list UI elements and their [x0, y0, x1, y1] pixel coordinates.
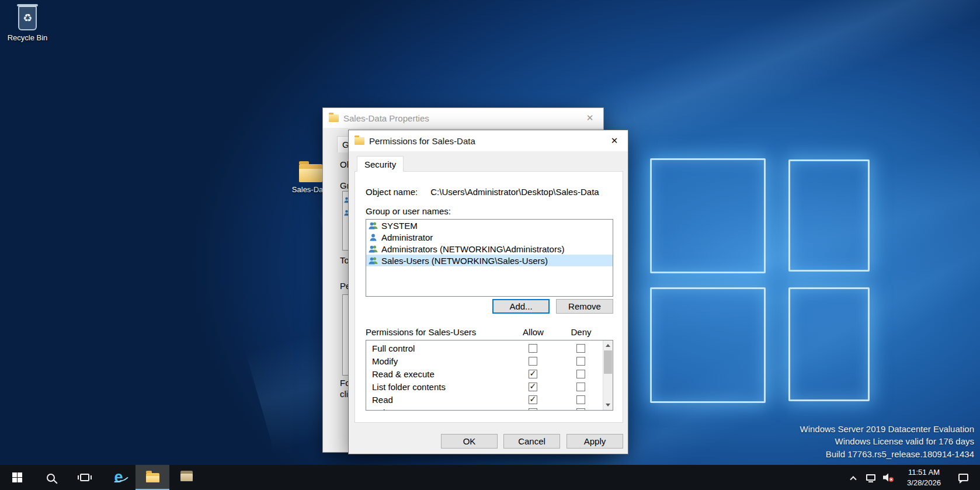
folder-icon — [299, 164, 322, 182]
group-name: Administrator — [381, 232, 433, 242]
permissions-header-row: Permissions for Sales-Users Allow Deny — [366, 327, 613, 337]
scroll-down-button[interactable] — [603, 400, 613, 410]
permission-label: Modify — [366, 356, 507, 366]
permissions-close-button[interactable]: ✕ — [601, 130, 628, 151]
network-icon — [866, 474, 875, 481]
deny-checkbox[interactable] — [576, 357, 585, 366]
recycle-bin-desktop-icon[interactable]: ♻ Recycle Bin — [1, 6, 54, 42]
task-view-button[interactable] — [68, 465, 102, 490]
permission-row: Write — [366, 406, 603, 411]
volume-button[interactable] — [880, 465, 897, 490]
windows-start-icon — [12, 472, 22, 482]
scroll-up-icon — [606, 344, 610, 347]
group-list: SYSTEM Administrator Administrators (NET… — [366, 219, 613, 297]
server-manager-button[interactable] — [169, 465, 203, 490]
allow-checkbox[interactable] — [529, 395, 537, 404]
internet-explorer-icon: e — [114, 470, 123, 485]
group-icon — [369, 256, 378, 265]
permission-label: List folder contents — [366, 382, 507, 392]
allow-checkbox[interactable] — [529, 344, 537, 353]
object-name-value: C:\Users\Administrator\Desktop\Sales-Dat… — [430, 187, 599, 197]
taskbar: e 11:51 AM 3/28/2026 — [0, 465, 980, 490]
tray-overflow-button[interactable] — [845, 465, 862, 490]
deny-header: Deny — [559, 327, 603, 337]
volume-muted-icon — [882, 472, 894, 482]
start-button[interactable] — [0, 465, 34, 490]
file-explorer-button[interactable] — [135, 465, 169, 490]
recycle-symbol-icon: ♻ — [23, 13, 32, 23]
file-explorer-icon — [146, 473, 159, 482]
evaluation-watermark: Windows Server 2019 Datacenter Evaluatio… — [800, 423, 975, 460]
search-icon — [47, 474, 55, 482]
chevron-up-icon — [850, 476, 856, 482]
deny-checkbox[interactable] — [576, 383, 585, 391]
watermark-line-3: Build 17763.rs5_release.180914-1434 — [800, 448, 975, 460]
allow-checkbox[interactable] — [529, 383, 537, 391]
allow-checkbox[interactable] — [529, 408, 537, 411]
allow-checkbox[interactable] — [529, 357, 537, 366]
permissions-titlebar[interactable]: Permissions for Sales-Data ✕ — [349, 130, 628, 151]
search-button[interactable] — [34, 465, 68, 490]
deny-checkbox[interactable] — [576, 344, 585, 353]
group-name: SYSTEM — [381, 221, 418, 231]
task-view-icon — [80, 474, 89, 481]
group-list-item[interactable]: Administrators (NETWORKING\Administrator… — [366, 243, 613, 255]
permission-row: Read — [366, 393, 603, 406]
properties-titlebar[interactable]: Sales-Data Properties ✕ — [323, 108, 603, 128]
permission-label: Read — [366, 395, 507, 405]
server-manager-icon — [180, 474, 193, 481]
clock-date: 3/28/2026 — [897, 478, 951, 488]
apply-button[interactable]: Apply — [567, 434, 623, 449]
cancel-button[interactable]: Cancel — [503, 434, 560, 449]
windows-wallpaper-logo-pane — [650, 287, 766, 403]
permissions-for-label: Permissions for Sales-Users — [366, 327, 508, 337]
internet-explorer-button[interactable]: e — [102, 465, 135, 490]
group-list-item-selected[interactable]: Sales-Users (NETWORKING\Sales-Users) — [366, 255, 613, 266]
network-button[interactable] — [862, 465, 880, 490]
deny-checkbox[interactable] — [576, 408, 585, 411]
remove-button[interactable]: Remove — [556, 299, 613, 314]
folder-icon — [329, 114, 339, 122]
watermark-line-2: Windows License valid for 176 days — [800, 435, 975, 447]
tab-security[interactable]: Security — [357, 156, 404, 172]
allow-header: Allow — [508, 327, 559, 337]
permission-row: List folder contents — [366, 380, 603, 393]
clock-time: 11:51 AM — [897, 467, 951, 478]
windows-wallpaper-logo-pane — [788, 287, 870, 401]
permission-row: Full control — [366, 342, 603, 355]
permissions-title: Permissions for Sales-Data — [369, 136, 601, 146]
allow-checkbox[interactable] — [529, 370, 537, 378]
group-name: Sales-Users (NETWORKING\Sales-Users) — [381, 256, 548, 266]
properties-title: Sales-Data Properties — [343, 113, 576, 123]
permissions-scrollbar[interactable] — [603, 340, 613, 410]
deny-checkbox[interactable] — [576, 395, 585, 404]
group-list-item[interactable]: SYSTEM — [366, 220, 613, 231]
permission-label: Read & execute — [366, 369, 507, 379]
add-button[interactable]: Add... — [492, 299, 550, 314]
folder-icon — [355, 137, 364, 145]
group-list-label: Group or user names: — [366, 206, 451, 216]
scroll-up-button[interactable] — [603, 340, 613, 350]
deny-checkbox[interactable] — [576, 370, 585, 378]
permission-label: Full control — [366, 343, 507, 353]
scrollbar-thumb[interactable] — [604, 350, 612, 374]
click-label-fragment: cli — [340, 389, 348, 399]
object-name-label: Object name: — [366, 187, 418, 197]
windows-wallpaper-logo-pane — [650, 158, 766, 273]
action-center-icon — [958, 474, 968, 481]
action-center-button[interactable] — [951, 465, 975, 490]
recycle-bin-icon: ♻ — [18, 6, 37, 30]
object-name-row: Object name:C:\Users\Administrator\Deskt… — [366, 187, 599, 197]
scroll-down-icon — [606, 404, 610, 406]
taskbar-clock[interactable]: 11:51 AM 3/28/2026 — [897, 467, 951, 488]
windows-wallpaper-logo-pane — [788, 159, 870, 272]
group-icon — [369, 245, 378, 253]
permission-label: Write — [366, 408, 507, 411]
group-list-item[interactable]: Administrator — [366, 231, 613, 243]
system-tray: 11:51 AM 3/28/2026 — [845, 465, 980, 490]
ok-button[interactable]: OK — [441, 434, 498, 449]
permission-row: Modify — [366, 355, 603, 367]
permission-row: Read & execute — [366, 367, 603, 380]
properties-close-button[interactable]: ✕ — [576, 108, 603, 128]
security-tab-page: Object name:C:\Users\Administrator\Deskt… — [355, 171, 623, 423]
